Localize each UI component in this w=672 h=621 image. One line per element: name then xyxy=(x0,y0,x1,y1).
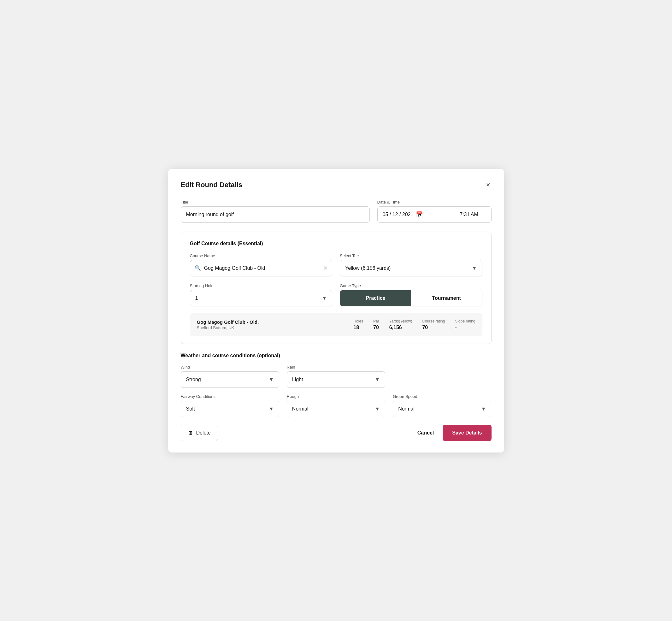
holes-stat: Holes 18 xyxy=(353,319,363,330)
delete-label: Delete xyxy=(196,430,211,436)
course-rating-label: Course rating xyxy=(422,319,445,323)
footer-row: 🗑 Delete Cancel Save Details xyxy=(181,425,492,441)
select-tee-value: Yellow (6,156 yards) xyxy=(345,265,390,271)
close-button[interactable]: × xyxy=(485,180,492,190)
wind-dropdown[interactable]: Strong ▼ xyxy=(181,371,279,388)
title-field-group: Title xyxy=(181,200,370,223)
datetime-field-group: Date & Time 05 / 12 / 2021 📅 7:31 AM xyxy=(377,200,492,223)
rain-group: Rain Light ▼ xyxy=(287,365,385,388)
green-speed-dropdown[interactable]: Normal ▼ xyxy=(393,401,491,417)
select-tee-label: Select Tee xyxy=(340,253,482,258)
conditions-section: Weather and course conditions (optional)… xyxy=(181,353,492,417)
wind-value: Strong xyxy=(186,377,201,382)
hole-gametype-row: Starting Hole 1 ▼ Game Type Practice Tou… xyxy=(190,283,482,306)
par-stat: Par 70 xyxy=(373,319,379,330)
calendar-icon: 📅 xyxy=(416,211,423,218)
conditions-title: Weather and course conditions (optional) xyxy=(181,353,492,359)
clear-icon[interactable]: ✕ xyxy=(323,265,328,271)
date-input[interactable]: 05 / 12 / 2021 📅 xyxy=(378,207,447,222)
time-input[interactable]: 7:31 AM xyxy=(447,207,491,222)
chevron-down-icon: ▼ xyxy=(269,377,274,382)
green-speed-group: Green Speed Normal ▼ xyxy=(393,394,491,417)
slope-rating-stat: Slope rating - xyxy=(455,319,475,330)
course-name-search[interactable]: 🔍 Gog Magog Golf Club - Old ✕ xyxy=(190,260,333,277)
chevron-down-icon: ▼ xyxy=(375,377,380,382)
fairway-dropdown[interactable]: Soft ▼ xyxy=(181,401,279,417)
course-rating-stat: Course rating 70 xyxy=(422,319,445,330)
rain-value: Light xyxy=(292,377,303,382)
course-name-label: Course Name xyxy=(190,253,333,258)
cancel-button[interactable]: Cancel xyxy=(414,430,437,436)
green-speed-label: Green Speed xyxy=(393,394,491,399)
game-type-label: Game Type xyxy=(340,283,482,288)
course-name-main: Gog Magog Golf Club - Old, xyxy=(197,319,354,325)
course-info-name: Gog Magog Golf Club - Old, Shelford Bott… xyxy=(197,319,354,330)
rough-label: Rough xyxy=(287,394,385,399)
golf-course-section: Golf Course details (Essential) Course N… xyxy=(181,232,492,344)
title-input[interactable] xyxy=(181,206,370,223)
starting-hole-label: Starting Hole xyxy=(190,283,333,288)
modal-title: Edit Round Details xyxy=(181,181,243,189)
yards-stat: Yards(Yellow) 6,156 xyxy=(389,319,412,330)
datetime-label: Date & Time xyxy=(377,200,492,204)
yards-label: Yards(Yellow) xyxy=(389,319,412,323)
starting-hole-dropdown[interactable]: 1 ▼ xyxy=(190,290,333,306)
rain-dropdown[interactable]: Light ▼ xyxy=(287,371,385,388)
practice-toggle-button[interactable]: Practice xyxy=(340,290,411,306)
course-rating-value: 70 xyxy=(422,325,428,330)
fairway-value: Soft xyxy=(186,406,195,412)
modal-header: Edit Round Details × xyxy=(181,180,492,190)
fairway-group: Fairway Conditions Soft ▼ xyxy=(181,394,279,417)
game-type-group: Game Type Practice Tournament xyxy=(340,283,482,306)
rain-label: Rain xyxy=(287,365,385,370)
slope-rating-label: Slope rating xyxy=(455,319,475,323)
wind-group: Wind Strong ▼ xyxy=(181,365,279,388)
date-value: 05 / 12 / 2021 xyxy=(383,212,414,217)
rough-value: Normal xyxy=(292,406,308,412)
holes-value: 18 xyxy=(353,325,359,330)
wind-rain-row: Wind Strong ▼ Rain Light ▼ xyxy=(181,365,492,388)
course-tee-row: Course Name 🔍 Gog Magog Golf Club - Old … xyxy=(190,253,482,277)
course-name-sub: Shelford Bottom, UK xyxy=(197,325,354,330)
fairway-label: Fairway Conditions xyxy=(181,394,279,399)
select-tee-dropdown[interactable]: Yellow (6,156 yards) ▼ xyxy=(340,260,482,277)
select-tee-group: Select Tee Yellow (6,156 yards) ▼ xyxy=(340,253,482,277)
save-button[interactable]: Save Details xyxy=(443,425,491,441)
top-row: Title Date & Time 05 / 12 / 2021 📅 7:31 … xyxy=(181,200,492,223)
yards-value: 6,156 xyxy=(389,325,402,330)
trash-icon: 🗑 xyxy=(188,430,193,436)
datetime-inputs: 05 / 12 / 2021 📅 7:31 AM xyxy=(377,206,492,223)
chevron-down-icon: ▼ xyxy=(322,295,327,301)
chevron-down-icon: ▼ xyxy=(472,265,477,271)
course-stats: Holes 18 Par 70 Yards(Yellow) 6,156 Cour… xyxy=(353,319,475,330)
course-name-value: Gog Magog Golf Club - Old xyxy=(204,265,321,271)
tournament-toggle-button[interactable]: Tournament xyxy=(411,290,482,306)
rough-dropdown[interactable]: Normal ▼ xyxy=(287,401,385,417)
course-name-group: Course Name 🔍 Gog Magog Golf Club - Old … xyxy=(190,253,333,277)
starting-hole-group: Starting Hole 1 ▼ xyxy=(190,283,333,306)
footer-right: Cancel Save Details xyxy=(414,425,492,441)
slope-rating-value: - xyxy=(455,325,457,330)
rough-group: Rough Normal ▼ xyxy=(287,394,385,417)
course-info-bar: Gog Magog Golf Club - Old, Shelford Bott… xyxy=(190,313,482,336)
delete-button[interactable]: 🗑 Delete xyxy=(181,425,218,441)
holes-label: Holes xyxy=(353,319,363,323)
golf-course-section-title: Golf Course details (Essential) xyxy=(190,241,482,246)
green-speed-value: Normal xyxy=(398,406,415,412)
chevron-down-icon: ▼ xyxy=(481,406,486,412)
fairway-rough-green-row: Fairway Conditions Soft ▼ Rough Normal ▼… xyxy=(181,394,492,417)
starting-hole-value: 1 xyxy=(195,295,198,301)
chevron-down-icon: ▼ xyxy=(269,406,274,412)
time-value: 7:31 AM xyxy=(460,212,478,217)
edit-round-modal: Edit Round Details × Title Date & Time 0… xyxy=(168,169,504,453)
par-value: 70 xyxy=(373,325,379,330)
par-label: Par xyxy=(373,319,379,323)
game-type-toggle: Practice Tournament xyxy=(340,290,482,306)
chevron-down-icon: ▼ xyxy=(375,406,380,412)
search-icon: 🔍 xyxy=(195,265,201,271)
wind-label: Wind xyxy=(181,365,279,370)
title-label: Title xyxy=(181,200,370,204)
